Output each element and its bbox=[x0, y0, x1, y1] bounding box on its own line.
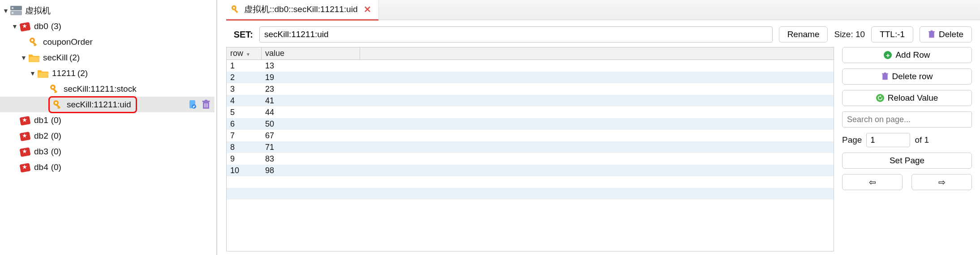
tree-label: secKill:11211:stock bbox=[64, 84, 137, 94]
cell-row: 4 bbox=[227, 95, 262, 107]
tree-count: (2) bbox=[77, 68, 88, 78]
tree-label: db3 bbox=[34, 147, 48, 157]
next-page-button[interactable]: ⇨ bbox=[911, 174, 972, 190]
trash-icon[interactable] bbox=[201, 100, 211, 110]
cell-blank bbox=[360, 169, 834, 172]
cell-blank bbox=[360, 134, 834, 137]
svg-rect-24 bbox=[204, 103, 205, 107]
table-row[interactable]: 113 bbox=[227, 60, 834, 72]
rename-button[interactable]: Rename bbox=[779, 26, 828, 42]
tree-node-11211-folder[interactable]: ▼ 11211 (2) bbox=[0, 65, 215, 81]
key-icon bbox=[28, 36, 40, 48]
key-name-input[interactable] bbox=[259, 26, 773, 42]
tree-label: db1 bbox=[34, 115, 48, 125]
rename-label: Rename bbox=[787, 30, 820, 39]
svg-rect-26 bbox=[207, 103, 208, 107]
key-icon bbox=[52, 98, 64, 111]
tree-node-key-uid[interactable]: secKill:11211:uid bbox=[0, 97, 215, 112]
svg-text:★: ★ bbox=[22, 133, 27, 138]
table-row[interactable]: 323 bbox=[227, 83, 834, 95]
tree-label: 11211 bbox=[52, 68, 76, 78]
cell-row: 2 bbox=[227, 72, 262, 84]
chevron-down-icon[interactable]: ▼ bbox=[30, 70, 36, 77]
cell-blank bbox=[360, 111, 834, 114]
table-row[interactable]: 544 bbox=[227, 106, 834, 118]
tree-node-seckill-folder[interactable]: ▼ secKill (2) bbox=[0, 50, 215, 65]
search-input[interactable] bbox=[842, 111, 972, 128]
tree-label: db2 bbox=[34, 131, 48, 141]
svg-rect-3 bbox=[12, 12, 13, 14]
svg-rect-25 bbox=[206, 103, 206, 107]
table-row[interactable]: 441 bbox=[227, 95, 834, 106]
tree-node-db0[interactable]: ▼ ★ db0 (3) bbox=[0, 18, 215, 34]
key-toolbar: SET: Rename Size: 10 TTL:-1 Delete bbox=[226, 20, 980, 47]
cell-row: 6 bbox=[227, 118, 262, 130]
arrow-right-icon: ⇨ bbox=[938, 177, 946, 187]
cell-row: 7 bbox=[227, 130, 262, 142]
chevron-down-icon[interactable]: ▼ bbox=[3, 7, 9, 14]
key-icon bbox=[48, 83, 61, 95]
cell-value: 19 bbox=[262, 72, 360, 84]
close-icon[interactable]: ✕ bbox=[364, 4, 371, 15]
tree-count: (3) bbox=[51, 21, 61, 31]
cell-row: 8 bbox=[227, 141, 262, 153]
tree-label: db0 bbox=[34, 21, 48, 31]
tree-count: (0) bbox=[51, 131, 61, 141]
tab-key-uid[interactable]: 虚拟机::db0::secKill:11211:uid ✕ bbox=[226, 0, 378, 21]
database-icon: ★ bbox=[19, 114, 31, 127]
type-label: SET: bbox=[226, 30, 253, 40]
add-row-button[interactable]: + Add Row bbox=[842, 47, 972, 63]
database-icon: ★ bbox=[19, 161, 31, 174]
prev-page-button[interactable]: ⇦ bbox=[842, 174, 903, 190]
ttl-button[interactable]: TTL:-1 bbox=[871, 26, 913, 42]
table-row[interactable]: 650 bbox=[227, 118, 834, 130]
table-row[interactable]: 871 bbox=[227, 141, 834, 153]
page-of-label: of 1 bbox=[915, 135, 929, 145]
table-row-empty bbox=[227, 188, 834, 200]
tree-node-root[interactable]: ▼ 虚拟机 bbox=[0, 3, 215, 18]
svg-point-7 bbox=[31, 39, 34, 41]
tree-node-couponorder[interactable]: couponOrder bbox=[0, 34, 215, 50]
reload-value-button[interactable]: Reload Value bbox=[842, 90, 972, 106]
delete-row-label: Delete row bbox=[892, 72, 933, 81]
table-row-empty bbox=[227, 176, 834, 188]
tree-label: secKill bbox=[43, 53, 68, 63]
tree-node-db3[interactable]: ★ db3 (0) bbox=[0, 144, 215, 159]
copy-key-icon[interactable] bbox=[188, 100, 198, 110]
tab-title: 虚拟机::db0::secKill:11211:uid bbox=[244, 4, 357, 15]
set-page-button[interactable]: Set Page bbox=[842, 153, 972, 169]
chevron-down-icon[interactable]: ▼ bbox=[12, 23, 18, 30]
delete-key-button[interactable]: Delete bbox=[920, 26, 972, 42]
table-row[interactable]: 983 bbox=[227, 153, 834, 165]
tab-bar-filler bbox=[378, 0, 980, 20]
cell-blank bbox=[360, 99, 834, 102]
table-row[interactable]: 1098 bbox=[227, 165, 834, 176]
table-row[interactable]: 219 bbox=[227, 72, 834, 83]
database-icon: ★ bbox=[19, 20, 31, 33]
cell-blank bbox=[360, 157, 834, 160]
cell-value: 41 bbox=[262, 95, 360, 107]
cell-row: 9 bbox=[227, 153, 262, 165]
column-header-row[interactable]: row bbox=[227, 47, 262, 60]
tree-label: db4 bbox=[34, 162, 48, 172]
tree-count: (0) bbox=[51, 162, 61, 172]
svg-rect-41 bbox=[882, 74, 887, 80]
svg-rect-23 bbox=[205, 100, 207, 101]
tree-node-key-stock[interactable]: secKill:11211:stock bbox=[0, 81, 215, 97]
trash-icon bbox=[881, 72, 889, 81]
page-number-input[interactable] bbox=[866, 133, 910, 147]
tree-node-db4[interactable]: ★ db4 (0) bbox=[0, 159, 215, 175]
folder-open-icon bbox=[37, 67, 49, 80]
tree-node-db2[interactable]: ★ db2 (0) bbox=[0, 128, 215, 144]
svg-text:★: ★ bbox=[22, 23, 27, 29]
plus-icon: + bbox=[884, 51, 892, 59]
tree-count: (0) bbox=[51, 147, 61, 157]
column-header-value[interactable]: value bbox=[262, 47, 360, 60]
tree-node-db1[interactable]: ★ db1 (0) bbox=[0, 112, 215, 128]
chevron-down-icon[interactable]: ▼ bbox=[21, 54, 27, 61]
database-icon: ★ bbox=[19, 145, 31, 158]
table-row-empty bbox=[227, 200, 834, 211]
table-row[interactable]: 767 bbox=[227, 130, 834, 141]
svg-point-36 bbox=[233, 7, 235, 8]
delete-row-button[interactable]: Delete row bbox=[842, 68, 972, 85]
